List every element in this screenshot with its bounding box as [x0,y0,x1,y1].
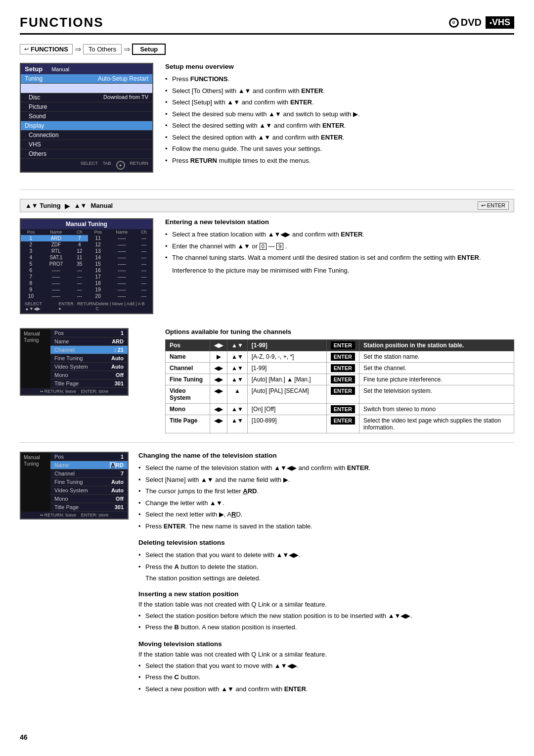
bullet-cursor-jumps: The cursor jumps to the first letter ARD… [138,485,514,497]
vhs-menu-item: VHS [21,140,152,149]
ds-with-sidebar-1: Manual Tuning Pos1 NameARD Channel: 21 F… [21,329,128,388]
ds2-row-mono: MonoOff [50,495,128,503]
breadcrumb-setup: Setup [132,44,166,55]
setup-overview-title: Setup menu overview [165,63,514,70]
table-row: 9-------- 19-------- [21,286,152,293]
ds-main-col-1: Pos1 NameARD Channel: 21 Fine TuningAuto… [50,329,128,388]
bullet-press-enter-save: Press ENTER. The new name is saved in th… [138,520,514,532]
detail-screen-2: Manual Tuning Pos1 NameARD Channel7 Fine… [20,452,129,520]
options-table-section: Manual Tuning Pos1 NameARD Channel: 21 F… [20,328,514,433]
bullet-press-a: Press the A button to delete the station… [138,561,514,573]
moving-title: Moving television stations [138,640,514,648]
tuning-breadcrumb-bar: ▲▼ Tuning ▶ ▲▼ Manual ↩ ENTER [20,199,514,212]
bullet-select-position: Select the station position before which… [138,610,514,622]
ds2-row-pos: Pos1 [50,453,128,461]
table-row: Mono ◀▶ ▲▼ [On] [Off] ENTER Switch from … [166,404,514,415]
ds-row-pos: Pos1 [50,329,128,337]
moving-bullets: Select the station that you want to move… [138,660,514,695]
ds-row-titlepage: Title Page301 [50,379,128,388]
options-table-title: Options available for tuning the channel… [165,328,514,335]
sidebar-col-1: Manual Tuning [21,329,50,388]
display-menu-item: Display [21,121,152,131]
bullet-enter-channel: Enter the channel with ▲▼ or 0 — 9 . [165,240,514,252]
inserting-title: Inserting a new station position [138,590,514,598]
bottom-section: Manual Tuning Pos1 NameARD Channel7 Fine… [20,452,514,695]
bullet-select-name-field: Select [Name] with ▲▼ and the name field… [138,474,514,486]
vhs-box: ▪VHS [486,16,514,29]
bullet-press-functions: Press FUNCTIONS. [165,73,514,85]
entering-station-text: Entering a new television station Select… [165,218,514,321]
table-row: 6-------- 16-------- [21,267,152,274]
table-row: Video System ◀▶ ▲ [Auto] [PAL] [SECAM] E… [166,385,514,404]
connection-menu-item: Connection [21,131,152,140]
table-row: 5PRO735 15-------- [21,261,152,267]
ds-row-videosystem: Video SystemAuto [50,363,128,371]
sound-menu-item: Sound [21,112,152,121]
divider-2 [20,442,514,443]
breadcrumb-functions: ↩ FUNCTIONS [20,44,73,54]
page-number: 46 [20,733,28,741]
deleting-note: The station position settings are delete… [138,573,514,583]
detail-screen-1: Manual Tuning Pos1 NameARD Channel: 21 F… [20,328,129,396]
changing-name-text: Changing the name of the television stat… [138,452,514,695]
setup-screen-header: Setup Manual [21,64,152,74]
th-updown: ▲▼ [227,340,248,351]
setup-overview-section: Setup Manual Tuning Auto-Setup Restart D… [20,63,514,181]
divider-1 [20,189,514,190]
screen-controls: SELECT TAB ● RETURN [21,159,152,172]
entering-station-bullets: Select a free station location with ▲▼◀▶… [165,229,514,264]
th-enter: ENTER [326,340,359,351]
breadcrumb-arrow-2: ⇒ [124,45,130,54]
mt-controls: SELECT ▲▼◀▶ ENTER ● RETURN Delete | Move… [21,299,152,313]
bullet-press-c: Press the C button. [138,671,514,683]
ds2-row-titlepage: Title Page301 [50,503,128,512]
ds2-row-finetuning: Fine TuningAuto [50,478,128,486]
table-row: Channel ◀▶ ▲▼ [1-99] ENTER Set the chann… [166,363,514,374]
ds2-row-name: NameARD [50,461,128,470]
manual-tuning-screen-col: Manual Tuning PosNameCh PosNameCh 1ARD7 … [20,218,153,321]
bullet-desired-setting: Select the desired setting with ▲▼ and c… [165,120,514,132]
tuning-bar-label3: Manual [90,202,113,209]
bullet-press-b: Press the B button. A new station positi… [138,621,514,633]
options-left-screen: Manual Tuning Pos1 NameARD Channel: 21 F… [20,328,153,433]
deleting-title: Deleting television stations [138,539,514,546]
bullet-select-name-station: Select the name of the television statio… [138,462,514,474]
bullet-channel-tuning: The channel tuning starts. Wait a moment… [165,252,514,264]
breadcrumb-arrow-1: ⇒ [75,45,81,54]
ds-row-finetuning: Fine TuningAuto [50,354,128,363]
table-row: Title Page ◀▶ ▲▼ [100-899] ENTER Select … [166,415,514,433]
tuning-bar-arrow: ▶ [65,202,70,210]
bullet-desired-option: Select the desired option with ▲▼ and co… [165,132,514,143]
functions-icon: ↩ [24,46,29,52]
setup-menu-screen: Setup Manual Tuning Auto-Setup Restart D… [20,63,153,173]
table-row: 10-------- 20-------- [21,293,152,299]
ds-row-mono: MonoOff [50,371,128,379]
setup-screen-col: Setup Manual Tuning Auto-Setup Restart D… [20,63,153,181]
dvd-circle-icon: ⊙ DVD [449,17,482,28]
deleting-bullets: Select the station that you want to dele… [138,549,514,572]
table-row: 8-------- 18-------- [21,280,152,286]
ds2-row-videosystem: Video SystemAuto [50,486,128,495]
ds-row-name: NameARD [50,337,128,346]
bullet-change-letter: Change the letter with ▲▼. [138,497,514,509]
tuning-menu-item: Tuning Auto-Setup Restart [21,74,152,84]
bullet-select-delete: Select the station that you want to dele… [138,549,514,561]
picture-menu-item: Picture [21,102,152,112]
bullet-select-move: Select the station that you want to move… [138,660,514,672]
tuning-bar-updown: ▲▼ [74,202,87,209]
inserting-intro: If the station table was not created wit… [138,601,514,608]
table-row: Name ▶ ▲▼ [A-Z, 0-9, -, +, *] ENTER Set … [166,351,514,363]
changing-name-title: Changing the name of the television stat… [138,452,514,459]
entering-station-title: Entering a new television station [165,218,514,226]
breadcrumb-to-others: To Others [83,44,122,54]
manual-tuning-screen: Manual Tuning PosNameCh PosNameCh 1ARD7 … [20,218,153,314]
bullet-select-to-others: Select [To Others] with ▲▼ and confirm w… [165,85,514,97]
manual-tuning-section: ▲▼ Tuning ▶ ▲▼ Manual ↩ ENTER Manual Tun… [20,199,514,321]
ds2-row-channel: Channel7 [50,470,128,478]
changing-name-screen-col: Manual Tuning Pos1 NameARD Channel7 Fine… [20,452,129,695]
bullet-select-free-station: Select a free station location with ▲▼◀▶… [165,229,514,240]
inserting-bullets: Select the station position before which… [138,610,514,633]
bullet-sub-menu: Select the desired sub menu with ▲▼ and … [165,108,514,120]
ds-with-sidebar-2: Manual Tuning Pos1 NameARD Channel7 Fine… [21,453,128,512]
bullet-select-setup: Select [Setup] with ▲▼ and confirm with … [165,96,514,108]
